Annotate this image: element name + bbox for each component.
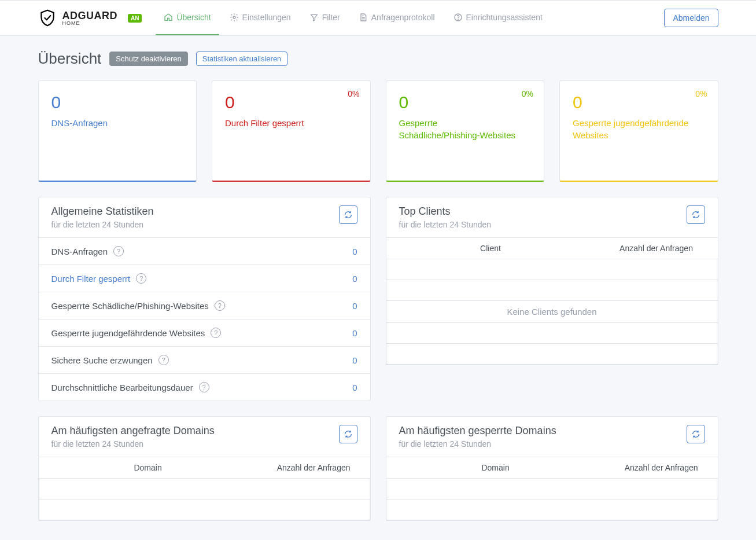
table-row <box>386 323 718 344</box>
table-row <box>386 344 718 365</box>
file-text-icon <box>359 13 368 22</box>
stats-row-avgtime: Durchschnittliche Bearbeitungsdauer? 0 <box>39 374 370 401</box>
top-queried-table: Domain Anzahl der Anfragen <box>39 457 370 520</box>
home-icon <box>164 13 173 22</box>
refresh-stats-button[interactable]: Statistiken aktualisieren <box>196 52 288 67</box>
stat-adult-pct: 0% <box>695 89 707 98</box>
top-blocked-refresh-button[interactable] <box>687 425 705 443</box>
col-domain: Domain <box>39 457 257 479</box>
general-stats-panel: Allgemeine Statistiken für die letzten 2… <box>38 197 371 401</box>
col-count: Anzahl der Anfragen <box>605 457 718 479</box>
top-clients-subtitle: für die letzten 24 Stunden <box>399 220 492 229</box>
stat-card-malware[interactable]: 0% 0 Gesperrte Schädliche/Phishing-Websi… <box>386 80 545 182</box>
logout-button[interactable]: Abmelden <box>664 9 718 28</box>
nav-filters[interactable]: Filter <box>301 1 348 35</box>
table-row <box>386 280 718 301</box>
protection-status-badge: AN <box>128 14 142 23</box>
nav-settings-label: Einstellungen <box>242 13 291 22</box>
stats-row-dns-label: DNS-Anfragen <box>51 247 108 256</box>
svg-point-0 <box>233 16 235 19</box>
top-queried-refresh-button[interactable] <box>339 425 357 443</box>
general-stats-refresh-button[interactable] <box>339 205 357 224</box>
stats-row-blocked-label[interactable]: Durch Filter gesperrt <box>51 274 131 284</box>
brand-main: ADGUARD <box>62 10 118 21</box>
table-row <box>386 259 718 280</box>
col-domain: Domain <box>386 457 605 479</box>
stats-row-avgtime-label: Durchschnittliche Bearbeitungsdauer <box>51 383 193 392</box>
table-row <box>39 479 370 499</box>
stats-row-dns-value: 0 <box>352 247 357 256</box>
top-blocked-table: Domain Anzahl der Anfragen <box>386 457 718 520</box>
general-stats-list: DNS-Anfragen? 0 Durch Filter gesperrt? 0… <box>39 238 370 401</box>
stats-row-safesearch-value: 0 <box>352 355 357 365</box>
nav-settings[interactable]: Einstellungen <box>222 1 299 35</box>
top-clients-table: Client Anzahl der Anfragen Keine Clients… <box>386 238 718 365</box>
table-row <box>39 499 370 520</box>
refresh-icon <box>344 210 353 219</box>
table-row <box>386 499 718 520</box>
table-row <box>386 479 718 499</box>
stat-blocked-pct: 0% <box>348 89 359 98</box>
help-icon[interactable]: ? <box>158 355 169 365</box>
page-header: Übersicht Schutz deaktivieren Statistike… <box>38 50 718 68</box>
top-clients-title: Top Clients <box>399 205 492 218</box>
refresh-icon <box>344 429 353 439</box>
stats-row-blocked: Durch Filter gesperrt? 0 <box>39 265 370 292</box>
stats-row-safesearch: Sichere Suche erzwungen? 0 <box>39 347 370 374</box>
stat-blocked-value: 0 <box>225 94 357 111</box>
top-queried-panel: Am häufigsten angefragte Domains für die… <box>38 416 371 521</box>
nav-setup[interactable]: Einrichtungsassistent <box>445 1 551 35</box>
stat-blocked-label: Durch Filter gesperrt <box>225 117 344 129</box>
nav-dashboard-label: Übersicht <box>176 13 211 22</box>
stats-row-dns: DNS-Anfragen? 0 <box>39 238 370 265</box>
top-clients-empty-text: Keine Clients gefunden <box>386 301 718 323</box>
page-title: Übersicht <box>38 50 102 68</box>
help-icon[interactable]: ? <box>199 382 209 392</box>
top-queried-title: Am häufigsten angefragte Domains <box>51 425 215 437</box>
nav-dashboard[interactable]: Übersicht <box>156 1 219 35</box>
help-icon[interactable]: ? <box>211 328 221 338</box>
col-count: Anzahl der Anfragen <box>257 457 370 479</box>
help-icon[interactable]: ? <box>215 300 225 311</box>
top-blocked-panel: Am häufigsten gesperrte Domains für die … <box>386 416 718 521</box>
stat-card-blocked[interactable]: 0% 0 Durch Filter gesperrt <box>212 80 371 182</box>
stats-row-adult: Gesperrte jugendgefährdende Websites? 0 <box>39 319 370 347</box>
top-blocked-title: Am häufigsten gesperrte Domains <box>399 425 556 437</box>
general-stats-title: Allgemeine Statistiken <box>51 205 154 218</box>
stat-cards-row: 0 DNS-Anfragen 0% 0 Durch Filter gesperr… <box>38 80 718 182</box>
brand-logo[interactable]: ADGUARD HOME AN <box>38 9 142 27</box>
help-icon[interactable]: ? <box>136 273 146 284</box>
col-count: Anzahl der Anfragen <box>595 238 717 259</box>
general-stats-subtitle: für die letzten 24 Stunden <box>51 220 154 229</box>
nav-querylog[interactable]: Anfragenprotokoll <box>351 1 443 35</box>
stat-malware-pct: 0% <box>522 89 533 98</box>
top-clients-panel: Top Clients für die letzten 24 Stunden C… <box>386 197 718 365</box>
stat-malware-label: Gesperrte Schädliche/Phishing-Websites <box>399 117 518 141</box>
stats-row-avgtime-value: 0 <box>352 383 357 392</box>
stats-row-malware: Gesperrte Schädliche/Phishing-Websites? … <box>39 292 370 319</box>
stats-row-safesearch-label: Sichere Suche erzwungen <box>51 355 153 365</box>
stat-adult-label: Gesperrte jugendgefährdende Websites <box>573 117 692 141</box>
stat-malware-value: 0 <box>399 94 532 111</box>
stats-row-malware-label: Gesperrte Schädliche/Phishing-Websites <box>51 301 209 311</box>
stat-adult-value: 0 <box>573 94 705 111</box>
refresh-icon <box>691 429 700 439</box>
help-circle-icon <box>453 13 463 22</box>
nav-setup-label: Einrichtungsassistent <box>466 13 543 22</box>
shield-check-icon <box>38 9 57 27</box>
stat-card-dns[interactable]: 0 DNS-Anfragen <box>38 80 197 182</box>
nav-filters-label: Filter <box>322 13 340 22</box>
top-clients-refresh-button[interactable] <box>687 205 705 224</box>
refresh-icon <box>691 210 700 219</box>
disable-protection-button[interactable]: Schutz deaktivieren <box>109 52 187 67</box>
stats-row-adult-label: Gesperrte jugendgefährdende Websites <box>51 328 205 338</box>
brand-sub: HOME <box>62 21 118 26</box>
stat-card-adult[interactable]: 0% 0 Gesperrte jugendgefährdende Website… <box>559 80 718 182</box>
nav-querylog-label: Anfragenprotokoll <box>371 13 435 22</box>
top-clients-empty: Keine Clients gefunden <box>386 301 718 323</box>
help-icon[interactable]: ? <box>113 246 124 256</box>
col-client: Client <box>386 238 595 259</box>
top-queried-subtitle: für die letzten 24 Stunden <box>51 439 215 449</box>
stat-dns-label: DNS-Anfragen <box>51 117 171 129</box>
top-header: ADGUARD HOME AN Übersicht Einstellungen … <box>0 0 756 36</box>
